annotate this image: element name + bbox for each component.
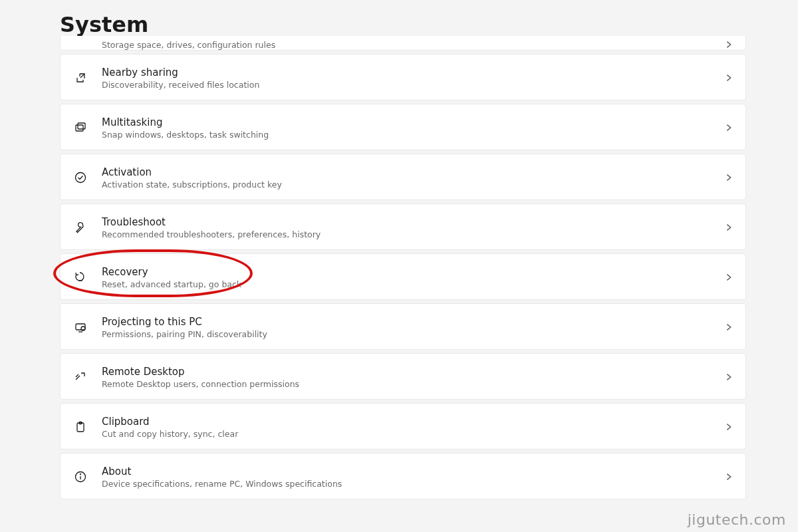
watermark: jigutech.com: [688, 511, 786, 528]
chevron-right-icon: [724, 173, 733, 182]
settings-item-activation[interactable]: ActivationActivation state, subscription…: [60, 154, 746, 200]
chevron-right-icon: [724, 273, 733, 282]
settings-item-text: ClipboardCut and copy history, sync, cle…: [102, 416, 711, 439]
settings-item-text: Remote DesktopRemote Desktop users, conn…: [102, 366, 711, 389]
settings-item-nearby-sharing[interactable]: Nearby sharingDiscoverability, received …: [60, 54, 746, 100]
settings-item-title: Recovery: [102, 266, 711, 278]
remote-desktop-icon: [72, 369, 88, 385]
settings-item-text: Nearby sharingDiscoverability, received …: [102, 66, 711, 90]
recovery-icon: [72, 269, 88, 285]
share-icon: [72, 70, 88, 86]
settings-item-title: Clipboard: [102, 416, 711, 428]
settings-item-title: Multitasking: [102, 116, 711, 128]
settings-item-projecting[interactable]: Projecting to this PCPermissions, pairin…: [60, 303, 746, 350]
settings-item-title: About: [102, 466, 711, 477]
settings-item-text: RecoveryReset, advanced startup, go back: [102, 266, 711, 289]
settings-item-title: Activation: [102, 166, 711, 178]
settings-item-about[interactable]: AboutDevice specifications, rename PC, W…: [60, 453, 746, 499]
settings-item-clipboard[interactable]: ClipboardCut and copy history, sync, cle…: [60, 403, 746, 450]
chevron-right-icon: [724, 123, 733, 132]
settings-item-text: Projecting to this PCPermissions, pairin…: [102, 316, 711, 339]
settings-item-title: Troubleshoot: [102, 216, 711, 228]
settings-item-text: ActivationActivation state, subscription…: [102, 166, 711, 190]
settings-list: StorageStorage space, drives, configurat…: [60, 36, 746, 499]
project-icon: [72, 319, 88, 335]
checkmark-circle-icon: [72, 170, 88, 186]
settings-item-text: AboutDevice specifications, rename PC, W…: [102, 466, 711, 489]
chevron-right-icon: [724, 472, 733, 481]
info-icon: [72, 469, 88, 485]
settings-item-subtitle: Permissions, pairing PIN, discoverabilit…: [102, 329, 711, 339]
settings-item-storage[interactable]: StorageStorage space, drives, configurat…: [60, 36, 746, 51]
settings-item-remote-desktop[interactable]: Remote DesktopRemote Desktop users, conn…: [60, 353, 746, 400]
settings-item-text: StorageStorage space, drives, configurat…: [102, 40, 711, 50]
settings-item-subtitle: Remote Desktop users, connection permiss…: [102, 379, 711, 389]
settings-item-subtitle: Device specifications, rename PC, Window…: [102, 479, 711, 489]
multitask-icon: [72, 120, 88, 136]
chevron-right-icon: [724, 422, 733, 432]
settings-item-subtitle: Recommended troubleshooters, preferences…: [102, 229, 711, 239]
settings-item-title: Nearby sharing: [102, 66, 711, 78]
settings-item-subtitle: Cut and copy history, sync, clear: [102, 429, 711, 439]
chevron-right-icon: [724, 223, 733, 232]
settings-item-troubleshoot[interactable]: TroubleshootRecommended troubleshooters,…: [60, 203, 746, 250]
settings-item-subtitle: Discoverability, received files location: [102, 80, 711, 90]
chevron-right-icon: [724, 73, 733, 82]
settings-item-recovery[interactable]: RecoveryReset, advanced startup, go back: [60, 253, 746, 300]
settings-item-subtitle: Reset, advanced startup, go back: [102, 279, 711, 289]
wrench-icon: [72, 219, 88, 235]
settings-item-title: Remote Desktop: [102, 366, 711, 378]
page-title: System: [60, 12, 148, 37]
chevron-right-icon: [724, 323, 733, 332]
settings-item-subtitle: Snap windows, desktops, task switching: [102, 130, 711, 140]
settings-item-subtitle: Activation state, subscriptions, product…: [102, 180, 711, 190]
settings-item-subtitle: Storage space, drives, configuration rul…: [102, 40, 711, 50]
settings-item-title: Projecting to this PC: [102, 316, 711, 328]
settings-item-multitasking[interactable]: MultitaskingSnap windows, desktops, task…: [60, 104, 746, 150]
chevron-right-icon: [724, 372, 733, 382]
settings-item-text: MultitaskingSnap windows, desktops, task…: [102, 116, 711, 140]
settings-item-text: TroubleshootRecommended troubleshooters,…: [102, 216, 711, 239]
chevron-right-icon: [724, 40, 733, 49]
clipboard-icon: [72, 419, 88, 435]
